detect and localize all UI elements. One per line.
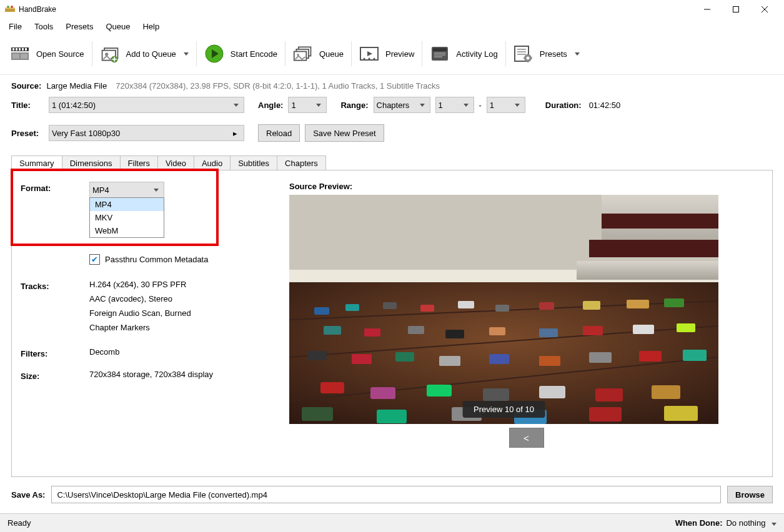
svg-rect-87 — [320, 382, 344, 393]
svg-rect-71 — [408, 326, 424, 334]
svg-rect-61 — [383, 302, 397, 309]
format-option-webm[interactable]: WebM — [90, 224, 164, 237]
preview-prev-button[interactable]: < — [509, 428, 544, 448]
menu-help[interactable]: Help — [136, 19, 166, 34]
svg-rect-46 — [527, 61, 528, 62]
range-from-select[interactable]: 1 — [435, 97, 474, 113]
svg-rect-72 — [445, 330, 464, 338]
title-row: Title: 1 (01:42:50) Angle: 1 Range: Chap… — [11, 97, 773, 113]
toolbar-activity-log[interactable]: Activity Log — [424, 38, 504, 69]
format-select[interactable]: MP4 — [89, 182, 164, 198]
svg-rect-81 — [439, 356, 460, 366]
toolbar: Open Source Add to Queue Start Encode — [0, 34, 784, 75]
toolbar-separator — [505, 41, 506, 66]
maximize-button[interactable] — [722, 0, 750, 19]
size-label: Size: — [21, 370, 77, 381]
svg-rect-16 — [21, 54, 27, 59]
menu-tools[interactable]: Tools — [28, 19, 59, 34]
svg-rect-63 — [458, 301, 474, 308]
svg-rect-62 — [420, 305, 434, 312]
format-dropdown: MP4 MKV WebM — [89, 197, 164, 238]
menu-presets[interactable]: Presets — [59, 19, 99, 34]
svg-rect-98 — [589, 407, 622, 421]
svg-rect-91 — [539, 386, 565, 398]
menu-file[interactable]: File — [2, 19, 28, 34]
svg-rect-70 — [364, 328, 380, 337]
range-to-select[interactable]: 1 — [487, 97, 525, 113]
activity-log-label: Activity Log — [454, 49, 497, 59]
add-queue-icon — [100, 44, 120, 64]
when-done-value[interactable]: Do nothing — [726, 518, 777, 528]
format-option-mkv[interactable]: MKV — [90, 211, 164, 224]
format-row: Format: MP4 MP4 MKV WebM ✔ — [21, 182, 289, 265]
reload-button[interactable]: Reload — [258, 124, 300, 142]
angle-select[interactable]: 1 — [288, 97, 327, 113]
toolbar-start-encode[interactable]: Start Encode — [198, 38, 284, 69]
svg-point-33 — [374, 58, 375, 60]
svg-rect-82 — [489, 354, 509, 364]
svg-rect-78 — [308, 351, 327, 360]
minimize-button[interactable] — [693, 0, 722, 19]
svg-rect-86 — [683, 350, 707, 361]
preset-label: Preset: — [11, 129, 44, 138]
svg-rect-92 — [595, 388, 623, 401]
tab-summary[interactable]: Summary — [11, 155, 62, 170]
tab-filters[interactable]: Filters — [120, 155, 158, 170]
svg-rect-15 — [12, 54, 19, 59]
svg-rect-52 — [602, 214, 718, 229]
toolbar-open-source[interactable]: Open Source — [4, 38, 91, 69]
toolbar-preview[interactable]: Preview — [353, 38, 420, 69]
save-as-input[interactable] — [51, 486, 721, 503]
svg-rect-59 — [314, 307, 329, 315]
menu-queue[interactable]: Queue — [99, 19, 136, 34]
svg-rect-68 — [664, 298, 684, 307]
chevron-down-icon[interactable] — [575, 52, 580, 56]
svg-rect-47 — [523, 57, 525, 59]
presets-icon — [514, 44, 533, 64]
tab-dimensions[interactable]: Dimensions — [62, 155, 121, 170]
toolbar-separator — [196, 41, 197, 66]
svg-rect-48 — [530, 57, 532, 59]
passthru-checkbox[interactable]: ✔ — [89, 254, 100, 265]
filters-label: Filters: — [21, 347, 77, 358]
range-type-select[interactable]: Chapters — [374, 97, 430, 113]
toolbar-presets[interactable]: Presets — [507, 38, 586, 69]
format-option-mp4[interactable]: MP4 — [90, 198, 164, 211]
svg-rect-89 — [427, 385, 452, 397]
svg-point-31 — [364, 58, 365, 60]
chevron-down-icon[interactable] — [184, 52, 189, 56]
range-label: Range: — [340, 101, 368, 110]
source-info: 720x384 (720x384), 23.98 FPS, SDR (8-bit… — [116, 81, 440, 91]
close-button[interactable] — [750, 0, 779, 19]
toolbar-separator — [285, 41, 285, 66]
svg-rect-64 — [495, 305, 509, 312]
svg-rect-12 — [22, 48, 24, 51]
svg-rect-1 — [5, 7, 15, 9]
svg-rect-53 — [589, 240, 718, 257]
log-icon — [430, 44, 450, 64]
browse-button[interactable]: Browse — [727, 486, 773, 503]
svg-rect-77 — [677, 323, 695, 332]
svg-rect-74 — [539, 328, 558, 337]
tab-chapters[interactable]: Chapters — [277, 155, 326, 170]
toolbar-separator — [422, 41, 422, 66]
preset-select[interactable]: Very Fast 1080p30▸ — [49, 125, 244, 141]
toolbar-queue[interactable]: Queue — [287, 38, 350, 69]
chevron-down-icon — [772, 523, 777, 526]
svg-rect-66 — [583, 301, 600, 310]
format-label: Format: — [21, 182, 77, 193]
svg-rect-5 — [733, 6, 739, 12]
passthru-row[interactable]: ✔ Passthru Common Metadata — [89, 254, 289, 265]
toolbar-add-to-queue[interactable]: Add to Queue — [94, 38, 195, 69]
tab-subtitles[interactable]: Subtitles — [230, 155, 277, 170]
duration-label: Duration: — [545, 101, 582, 110]
save-new-preset-button[interactable]: Save New Preset — [305, 124, 384, 142]
save-as-label: Save As: — [11, 490, 45, 500]
tab-video[interactable]: Video — [157, 155, 194, 170]
title-select[interactable]: 1 (01:42:50) — [49, 97, 244, 113]
svg-point-2 — [7, 6, 9, 8]
source-preview-label: Source Preview: — [289, 182, 763, 191]
svg-rect-45 — [527, 54, 528, 56]
status-bar: Ready When Done: Do nothing — [0, 513, 784, 532]
tab-audio[interactable]: Audio — [194, 155, 231, 170]
